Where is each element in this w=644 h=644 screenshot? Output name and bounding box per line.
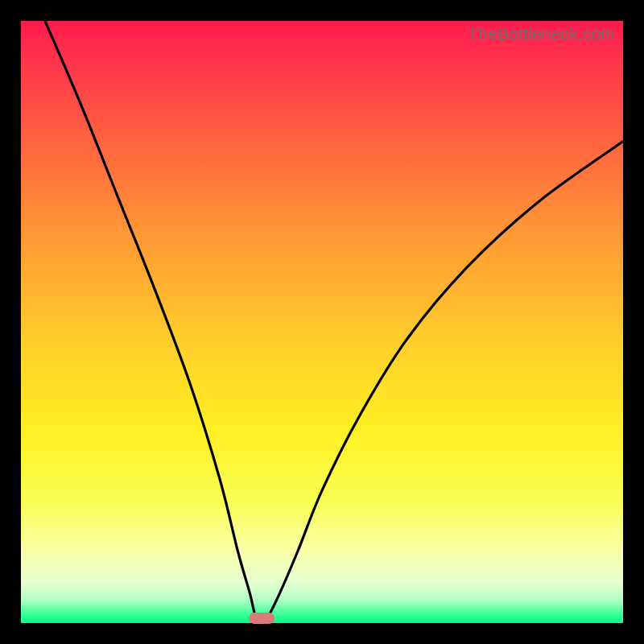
chart-frame: TheBottleneck.com — [0, 0, 644, 644]
plot-area: TheBottleneck.com — [21, 21, 623, 623]
bottleneck-curve — [21, 21, 623, 623]
optimum-marker — [249, 613, 275, 624]
